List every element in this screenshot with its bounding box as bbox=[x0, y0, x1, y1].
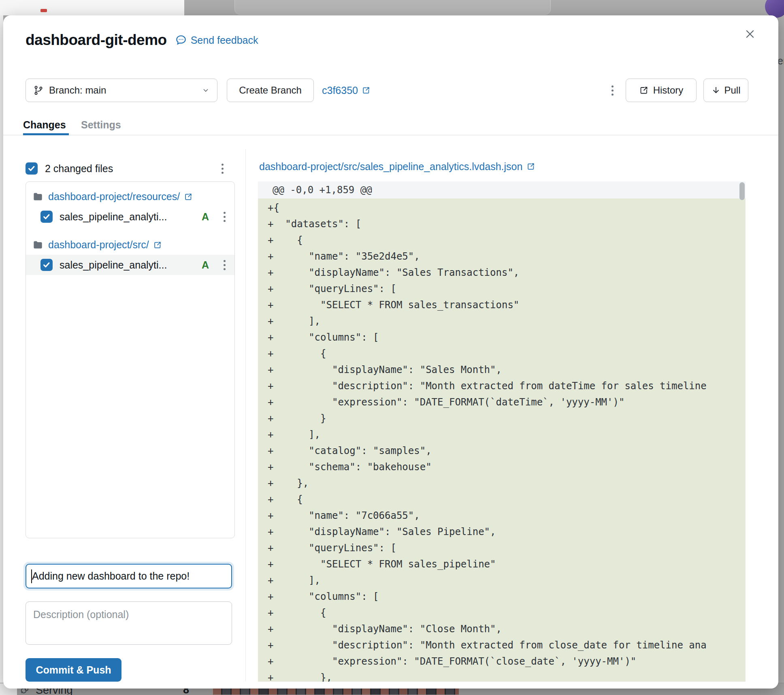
git-toolbar: Branch: main Create Branch c3f6350 bbox=[26, 79, 748, 102]
changed-files-checkbox[interactable] bbox=[26, 162, 38, 175]
diff-hunk-header: @@ -0,0 +1,859 @@ bbox=[258, 181, 746, 198]
external-link-icon bbox=[362, 86, 371, 95]
diff-added-line: + "displayName": "Sales Pipeline", bbox=[258, 524, 746, 540]
dialog-title: dashboard-git-demo bbox=[26, 32, 167, 49]
changed-files-header: 2 changed files bbox=[26, 160, 235, 177]
create-branch-button[interactable]: Create Branch bbox=[227, 79, 314, 102]
diff-added-line: + { bbox=[258, 232, 746, 248]
file-checkbox[interactable] bbox=[40, 211, 53, 223]
background-partial-text: er bbox=[778, 55, 784, 67]
chevron-down-icon bbox=[202, 86, 210, 94]
diff-viewer: @@ -0,0 +1,859 @@ +{+ "datasets": [+ {+ … bbox=[258, 181, 746, 682]
file-row[interactable]: sales_pipeline_analyti... A bbox=[26, 207, 234, 227]
diff-added-line: + "description": "Month extracted from d… bbox=[258, 378, 746, 394]
history-button[interactable]: History bbox=[626, 79, 697, 102]
diff-added-line: + "SELECT * FROM sales_transactions" bbox=[258, 297, 746, 313]
send-feedback-link[interactable]: Send feedback bbox=[175, 34, 258, 46]
file-name: sales_pipeline_analyti... bbox=[60, 211, 195, 223]
active-tab-indicator bbox=[23, 133, 69, 135]
diff-added-line: + "displayName": "Sales Month", bbox=[258, 362, 746, 378]
diff-scrollbar[interactable] bbox=[739, 182, 745, 200]
diff-added-line: + ], bbox=[258, 313, 746, 329]
diff-added-line: + } bbox=[258, 410, 746, 426]
folder-row: dashboard-project/src/ bbox=[26, 235, 234, 255]
folder-row: dashboard-project/resources/ bbox=[26, 187, 234, 207]
diff-added-line: + { bbox=[258, 605, 746, 621]
git-dialog: dashboard-git-demo Send feedback bbox=[3, 15, 778, 689]
background-red-marker bbox=[40, 9, 47, 12]
description-input[interactable] bbox=[26, 601, 232, 645]
diff-file-path-link[interactable]: dashboard-project/src/sales_pipeline_ana… bbox=[259, 161, 522, 173]
branch-selector-label: Branch: main bbox=[49, 85, 106, 96]
toolbar-kebab-menu[interactable] bbox=[608, 79, 617, 102]
diff-added-line: + "name": "35e2d4e5", bbox=[258, 248, 746, 264]
status-badge-added: A bbox=[202, 259, 209, 271]
commit-hash-link[interactable]: c3f6350 bbox=[322, 79, 371, 102]
diff-added-line: + "columns": [ bbox=[258, 588, 746, 605]
file-kebab-menu[interactable] bbox=[220, 260, 229, 270]
diff-added-line: + }, bbox=[258, 669, 746, 682]
commit-push-button[interactable]: Commit & Push bbox=[26, 658, 121, 682]
history-icon bbox=[639, 85, 649, 95]
diff-added-line: + "expression": "DATE_FORMAT(`dateTime`,… bbox=[258, 394, 746, 410]
diff-added-line: + "queryLines": [ bbox=[258, 281, 746, 297]
commit-message-value: Adding new dashboard to the repo! bbox=[32, 570, 190, 582]
tab-changes[interactable]: Changes bbox=[23, 119, 66, 131]
file-checkbox[interactable] bbox=[40, 259, 53, 271]
diff-added-line: +{ bbox=[258, 200, 746, 216]
folder-icon bbox=[32, 191, 43, 202]
diff-added-line: + ], bbox=[258, 572, 746, 588]
diff-added-line: + { bbox=[258, 491, 746, 507]
diff-added-line: + ], bbox=[258, 426, 746, 443]
folder-link[interactable]: dashboard-project/resources/ bbox=[48, 191, 193, 203]
folder-link[interactable]: dashboard-project/src/ bbox=[48, 239, 162, 251]
speech-bubble-icon bbox=[175, 34, 187, 46]
diff-added-line: + "displayName": "Sales Transactions", bbox=[258, 264, 746, 281]
file-name: sales_pipeline_analyti... bbox=[60, 259, 195, 271]
diff-added-line: + "expression": "DATE_FORMAT(`close_date… bbox=[258, 653, 746, 669]
branch-selector[interactable]: Branch: main bbox=[26, 79, 217, 102]
file-tree: dashboard-project/resources/ sales_pipel… bbox=[26, 181, 235, 538]
background-left-edge bbox=[0, 15, 3, 683]
diff-added-line: + }, bbox=[258, 475, 746, 491]
download-arrow-icon bbox=[711, 85, 721, 95]
changed-files-count: 2 changed files bbox=[45, 163, 113, 175]
diff-added-line: + { bbox=[258, 345, 746, 362]
tab-settings[interactable]: Settings bbox=[81, 119, 121, 131]
diff-added-line: + "description": "Month extracted from c… bbox=[258, 637, 746, 653]
diff-added-line: + "displayName": "Close Month", bbox=[258, 621, 746, 637]
diff-added-line: + "schema": "bakehouse" bbox=[258, 459, 746, 475]
status-badge-added: A bbox=[202, 211, 209, 223]
diff-added-lines: +{+ "datasets": [+ {+ "name": "35e2d4e5"… bbox=[258, 198, 746, 682]
diff-added-line: + "catalog": "samples", bbox=[258, 443, 746, 459]
file-kebab-menu[interactable] bbox=[220, 212, 229, 222]
close-icon[interactable] bbox=[743, 27, 757, 41]
commit-message-input[interactable]: Adding new dashboard to the repo! bbox=[26, 564, 232, 588]
external-link-icon bbox=[153, 241, 162, 249]
pull-button[interactable]: Pull bbox=[703, 79, 748, 102]
diff-added-line: + "SELECT * FROM sales_pipeline" bbox=[258, 556, 746, 572]
changed-files-kebab-menu[interactable] bbox=[218, 164, 227, 174]
diff-added-line: + "name": "7c066a55", bbox=[258, 507, 746, 524]
background-page-top bbox=[0, 0, 184, 15]
file-row[interactable]: sales_pipeline_analyti... A bbox=[26, 255, 234, 275]
screen: er Serving 8 dashboard-git-demo bbox=[0, 0, 784, 695]
diff-added-line: + "datasets": [ bbox=[258, 216, 746, 232]
git-branch-icon bbox=[33, 85, 44, 96]
external-link-icon bbox=[184, 192, 193, 201]
diff-added-line: + "columns": [ bbox=[258, 329, 746, 345]
external-link-icon bbox=[526, 162, 535, 171]
background-search-bar bbox=[234, 0, 551, 15]
folder-icon bbox=[32, 239, 43, 250]
diff-added-line: + "queryLines": [ bbox=[258, 540, 746, 556]
